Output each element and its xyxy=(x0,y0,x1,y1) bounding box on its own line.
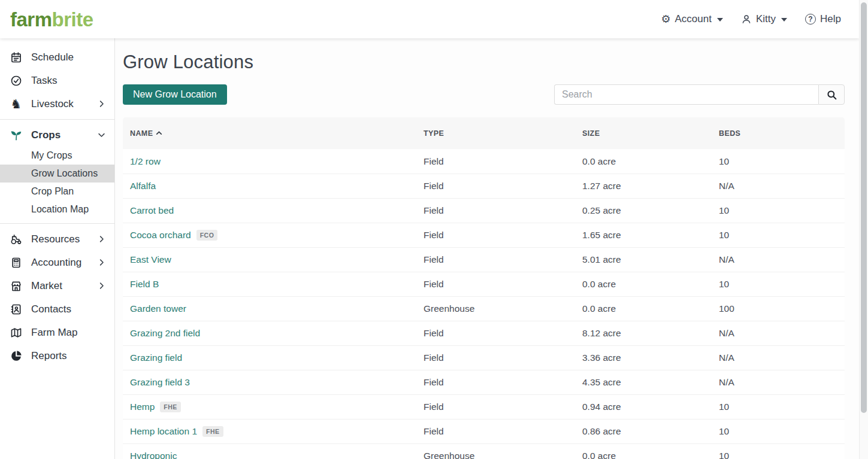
grow-location-link[interactable]: Carrot bed xyxy=(130,205,174,216)
address-book-icon xyxy=(10,303,23,315)
cell-type: Field xyxy=(424,279,582,290)
help-menu-label: Help xyxy=(820,13,841,25)
table-row: HempFHEField0.94 acre10 xyxy=(123,394,845,419)
grow-location-link[interactable]: Garden tower xyxy=(130,303,186,314)
cell-size: 4.35 acre xyxy=(582,377,719,388)
cell-name: Grazing 2nd field xyxy=(130,328,424,339)
table-row: Cocoa orchardFCOField1.65 acre10 xyxy=(123,223,845,247)
sidebar-subitem-grow-locations[interactable]: Grow Locations xyxy=(0,165,114,183)
table-row: Grazing 2nd fieldField8.12 acreN/A xyxy=(123,321,845,345)
search-input[interactable] xyxy=(554,84,818,105)
cell-size: 8.12 acre xyxy=(582,328,719,339)
table-row: Grazing field 3Field4.35 acreN/A xyxy=(123,370,845,394)
store-icon xyxy=(10,280,23,292)
cell-beds: 100 xyxy=(719,303,845,314)
sidebar: ScheduleTasks♞LivestockCropsMy CropsGrow… xyxy=(0,38,115,459)
location-badge: FHE xyxy=(160,402,181,412)
page-scrollbar[interactable] xyxy=(859,0,868,459)
chevron-right-icon xyxy=(97,235,106,244)
sidebar-item-accounting[interactable]: Accounting xyxy=(0,251,114,274)
column-header-type[interactable]: TYPE xyxy=(424,129,582,138)
cell-beds: 10 xyxy=(719,156,845,167)
sidebar-item-reports[interactable]: Reports xyxy=(0,344,114,367)
sidebar-item-tasks[interactable]: Tasks xyxy=(0,69,114,92)
account-menu[interactable]: ⚙ Account xyxy=(661,13,723,25)
help-menu[interactable]: ? Help xyxy=(805,13,841,25)
grow-location-link[interactable]: 1/2 row xyxy=(130,156,161,167)
sidebar-subitem-crop-plan[interactable]: Crop Plan xyxy=(0,183,114,200)
cell-name: East View xyxy=(130,254,424,265)
sidebar-item-farm-map[interactable]: Farm Map xyxy=(0,321,114,344)
search-button[interactable] xyxy=(818,84,845,105)
scrollbar-thumb[interactable] xyxy=(861,2,867,413)
cell-beds: N/A xyxy=(719,181,845,191)
cell-beds: 10 xyxy=(719,230,845,241)
sidebar-item-contacts[interactable]: Contacts xyxy=(0,297,114,321)
crops-group: CropsMy CropsGrow LocationsCrop PlanLoca… xyxy=(0,119,114,224)
horse-icon: ♞ xyxy=(10,98,23,110)
cell-beds: N/A xyxy=(719,328,845,339)
main-content: Grow Locations New Grow Location NAME xyxy=(115,38,859,459)
cell-beds: 10 xyxy=(719,451,845,459)
cell-name: Field B xyxy=(130,279,424,290)
chevron-down-icon xyxy=(97,130,106,139)
grow-location-link[interactable]: Hydroponic xyxy=(130,451,177,459)
table-header-row: NAME TYPE SIZE BEDS xyxy=(123,117,845,149)
cell-beds: 10 xyxy=(719,205,845,216)
user-menu[interactable]: Kitty xyxy=(741,13,787,25)
grow-location-link[interactable]: Grazing 2nd field xyxy=(130,328,200,339)
column-header-name[interactable]: NAME xyxy=(130,129,424,138)
table-row: 1/2 rowField0.0 acre10 xyxy=(123,149,845,174)
cell-type: Field xyxy=(424,328,582,339)
farmbrite-logo[interactable]: farmbrite xyxy=(0,10,93,29)
sidebar-item-market[interactable]: Market xyxy=(0,274,114,297)
cell-size: 0.0 acre xyxy=(582,303,719,314)
cell-name: HempFHE xyxy=(130,402,424,412)
cell-size: 5.01 acre xyxy=(582,254,719,265)
cell-size: 0.25 acre xyxy=(582,205,719,216)
grow-location-link[interactable]: Alfalfa xyxy=(130,181,156,191)
grow-location-link[interactable]: Cocoa orchard xyxy=(130,230,191,241)
cell-size: 1.27 acre xyxy=(582,181,719,191)
grow-location-link[interactable]: Hemp location 1 xyxy=(130,426,197,437)
table-row: East ViewField5.01 acreN/A xyxy=(123,247,845,272)
chevron-right-icon xyxy=(97,281,106,290)
column-header-size[interactable]: SIZE xyxy=(582,129,719,138)
cell-name: Grazing field 3 xyxy=(130,377,424,388)
column-header-beds[interactable]: BEDS xyxy=(719,129,845,138)
sidebar-subitem-location-map[interactable]: Location Map xyxy=(0,200,114,218)
actions-row: New Grow Location xyxy=(123,84,845,105)
table-row: Field BField0.0 acre10 xyxy=(123,272,845,296)
sidebar-item-crops[interactable]: Crops xyxy=(0,123,114,147)
cell-name: Hydroponic xyxy=(130,451,424,459)
cell-size: 0.0 acre xyxy=(582,156,719,167)
grow-location-link[interactable]: Grazing field xyxy=(130,352,182,363)
cell-type: Field xyxy=(424,230,582,241)
sidebar-item-resources[interactable]: Resources xyxy=(0,227,114,251)
sidebar-item-livestock[interactable]: ♞Livestock xyxy=(0,92,114,115)
cell-type: Field xyxy=(424,254,582,265)
table-body: 1/2 rowField0.0 acre10AlfalfaField1.27 a… xyxy=(123,149,845,459)
account-menu-label: Account xyxy=(675,13,712,25)
grow-location-link[interactable]: Field B xyxy=(130,279,159,290)
cell-name: 1/2 row xyxy=(130,156,424,167)
calculator-icon xyxy=(10,257,23,269)
location-badge: FCO xyxy=(196,230,218,241)
grow-location-link[interactable]: Hemp xyxy=(130,402,155,412)
top-nav: ⚙ Account Kitty ? Help xyxy=(661,13,859,25)
map-icon xyxy=(10,327,23,339)
cell-type: Field xyxy=(424,181,582,191)
gear-icon: ⚙ xyxy=(661,14,670,25)
new-grow-location-button[interactable]: New Grow Location xyxy=(123,84,227,105)
cell-beds: N/A xyxy=(719,377,845,388)
grow-location-link[interactable]: East View xyxy=(130,254,171,265)
sidebar-subitem-my-crops[interactable]: My Crops xyxy=(0,147,114,165)
grow-location-link[interactable]: Grazing field 3 xyxy=(130,377,190,388)
cell-type: Field xyxy=(424,156,582,167)
location-badge: FHE xyxy=(202,426,223,437)
cell-type: Greenhouse xyxy=(424,451,582,459)
cell-size: 0.86 acre xyxy=(582,426,719,437)
sidebar-item-schedule[interactable]: Schedule xyxy=(0,45,114,69)
chevron-right-icon xyxy=(97,258,106,267)
search-bar xyxy=(554,84,845,105)
